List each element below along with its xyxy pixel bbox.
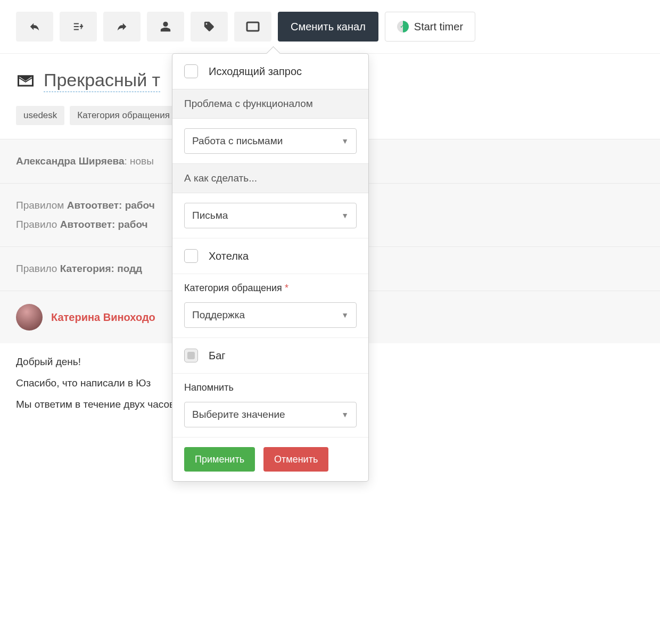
assign-button[interactable] bbox=[147, 12, 184, 42]
category-select[interactable]: Поддержка ▼ bbox=[184, 302, 357, 328]
start-timer-button[interactable]: Start timer bbox=[385, 12, 475, 42]
reply-button[interactable] bbox=[16, 12, 53, 42]
outgoing-checkbox[interactable] bbox=[184, 64, 198, 78]
wish-label: Хотелка bbox=[209, 250, 249, 262]
chevron-down-icon: ▼ bbox=[341, 311, 349, 319]
section-howto: А как сделать... bbox=[172, 163, 368, 193]
tag-button[interactable] bbox=[191, 12, 228, 42]
wish-checkbox[interactable] bbox=[184, 249, 198, 263]
remind-select-value: Выберите значение bbox=[192, 409, 285, 420]
tag-item[interactable]: Категория обращения bbox=[70, 106, 177, 125]
start-timer-label: Start timer bbox=[414, 21, 463, 33]
howto-select-value: Письма bbox=[192, 210, 228, 221]
tag-icon bbox=[203, 21, 215, 32]
section-category-label: Категория обращения bbox=[184, 283, 282, 293]
chevron-down-icon: ▼ bbox=[341, 211, 349, 220]
tag-item[interactable]: usedesk bbox=[16, 106, 64, 125]
chevron-down-icon: ▼ bbox=[341, 137, 349, 145]
bug-label: Баг bbox=[209, 350, 226, 362]
remind-select[interactable]: Выберите значение ▼ bbox=[184, 402, 357, 427]
wish-row: Хотелка bbox=[172, 238, 368, 274]
event-prefix: Правило bbox=[16, 219, 60, 230]
fields-popover: Исходящий запрос Проблема с функционалом… bbox=[172, 53, 369, 433]
add-list-button[interactable] bbox=[60, 12, 97, 42]
timer-icon bbox=[397, 21, 409, 32]
change-channel-button[interactable]: Сменить канал bbox=[278, 12, 378, 42]
howto-select[interactable]: Письма ▼ bbox=[184, 203, 357, 228]
add-list-icon bbox=[72, 21, 84, 32]
chevron-down-icon: ▼ bbox=[341, 410, 349, 419]
reply-icon bbox=[29, 21, 40, 32]
event-text: : новы bbox=[125, 155, 154, 167]
outgoing-request-row: Исходящий запрос bbox=[172, 54, 368, 89]
event-prefix: Правило bbox=[16, 263, 60, 274]
forward-button[interactable] bbox=[103, 12, 141, 42]
svg-rect-0 bbox=[247, 22, 259, 31]
event-author: Александра Ширяева bbox=[16, 155, 125, 167]
event-rule: Категория: подд bbox=[60, 263, 142, 274]
user-icon bbox=[160, 21, 171, 32]
forward-icon bbox=[116, 21, 128, 32]
section-problem: Проблема с функционалом bbox=[172, 89, 368, 119]
bug-row: Баг bbox=[172, 338, 368, 373]
event-rule: Автоответ: рабоч bbox=[67, 200, 155, 211]
fields-button[interactable] bbox=[234, 12, 271, 42]
ticket-title[interactable]: Прекрасный т bbox=[44, 70, 160, 92]
category-select-value: Поддержка bbox=[192, 309, 245, 321]
event-prefix: Правилом bbox=[16, 200, 67, 211]
section-remind-header: Напомнить bbox=[172, 374, 368, 402]
problem-select-value: Работа с письмами bbox=[192, 135, 283, 147]
mail-icon bbox=[16, 71, 35, 90]
avatar bbox=[16, 304, 43, 331]
event-rule: Автоответ: рабоч bbox=[60, 219, 148, 230]
panel-icon bbox=[246, 21, 260, 32]
problem-select[interactable]: Работа с письмами ▼ bbox=[184, 128, 357, 154]
reply-author[interactable]: Катерина Виноходо bbox=[51, 311, 155, 324]
section-category-header: Категория обращения * bbox=[172, 274, 368, 302]
outgoing-label: Исходящий запрос bbox=[209, 65, 302, 78]
bug-checkbox[interactable] bbox=[184, 349, 198, 362]
toolbar: Сменить канал Start timer bbox=[0, 0, 660, 53]
required-marker: * bbox=[285, 283, 288, 293]
